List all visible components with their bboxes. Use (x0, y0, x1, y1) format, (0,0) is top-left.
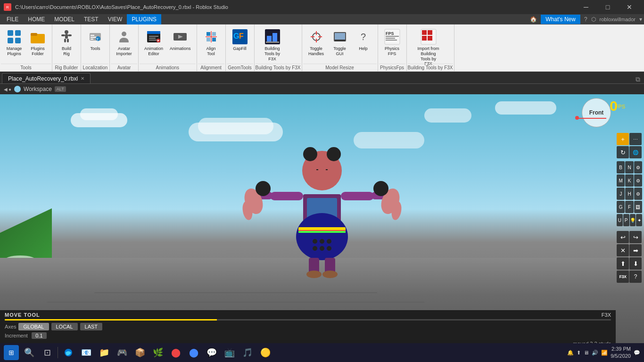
anim-group-label: Animations (140, 64, 196, 71)
globe-btn[interactable]: 🌐 (629, 146, 642, 158)
h-btn[interactable]: H (625, 188, 633, 200)
ribbon-group-loc: T Tools Localization (81, 25, 110, 71)
forward-btn[interactable]: ➡ (629, 244, 642, 256)
global-axis-btn[interactable]: GLOBAL (18, 323, 49, 330)
image-btn[interactable]: 🖼 (634, 201, 642, 213)
discord-btn[interactable]: 💬 (204, 345, 219, 360)
search-btn[interactable]: 🔍 (22, 345, 37, 360)
down-btn[interactable]: ⬇ (629, 257, 642, 270)
undo-btn[interactable]: ↩ (617, 231, 629, 243)
edge-btn[interactable] (61, 345, 76, 360)
help-rt-btn[interactable]: ? (629, 271, 642, 283)
settings-gear-3[interactable]: ⚙ (634, 188, 642, 200)
menu-file[interactable]: FILE (2, 14, 23, 25)
amazon-btn[interactable]: 📦 (132, 345, 148, 360)
dots-btn[interactable]: ⋯ (629, 133, 642, 145)
k-btn[interactable]: K (625, 174, 633, 187)
main-tab[interactable]: Place_AutoRecovery_0.rbxl ✕ (2, 73, 91, 83)
tab-close-btn[interactable]: ✕ (81, 76, 84, 81)
green-app-btn[interactable]: 🌿 (150, 345, 165, 360)
redo-btn[interactable]: ↪ (629, 231, 642, 243)
whats-new-btn[interactable]: What's New (541, 15, 580, 24)
svg-rect-2 (15, 30, 21, 36)
toggle-gui-btn[interactable]: ToggleGUI (329, 26, 351, 60)
ribbon-group-avatar: AvatarImporter Avatar (110, 25, 139, 71)
share-icon[interactable]: ⬡ (591, 16, 596, 23)
b-btn[interactable]: B (617, 161, 625, 173)
minimize-btn[interactable]: ─ (575, 0, 597, 14)
m-btn[interactable]: M (617, 174, 625, 187)
explorer-btn[interactable]: 📁 (97, 345, 112, 360)
toggle-handles-btn[interactable]: ToggleHandles (305, 26, 328, 60)
p-btn[interactable]: P (623, 214, 629, 226)
ribbon-tools-items: ManagePlugins PluginsFolder (1, 26, 51, 63)
gap-fill-icon: G F (231, 28, 248, 45)
dropdown-icon[interactable]: ▾ (639, 16, 642, 23)
yellow-app-btn[interactable]: 🟡 (258, 345, 273, 360)
help-icon[interactable]: ? (584, 16, 587, 23)
physics-fps-btn[interactable]: FPS PhysicsFPS (381, 26, 404, 60)
rotate-btn[interactable]: ↻ (617, 146, 629, 158)
import-building-btn[interactable]: Import from BuildingTools by F3X (410, 26, 447, 60)
menu-home[interactable]: HOME (23, 14, 50, 25)
window-controls[interactable]: ─ □ ✕ (575, 0, 640, 14)
menu-plugins[interactable]: PLUGINS (127, 14, 161, 25)
avatar-importer-btn[interactable]: AvatarImporter (113, 26, 135, 60)
physics-fps-label: PhysicsFPS (385, 46, 399, 57)
manage-plugins-btn[interactable]: ManagePlugins (3, 26, 25, 60)
settings-gear-1[interactable]: ⚙ (634, 161, 642, 173)
align-tool-icon (203, 28, 220, 45)
last-axis-btn[interactable]: LAST (80, 323, 103, 330)
viewport[interactable]: 0 FPS Front + ⋯ ↻ 🌐 B N ⚙ M K (0, 94, 644, 350)
svg-point-61 (296, 213, 348, 260)
tools-loc-btn[interactable]: T Tools (84, 26, 107, 60)
u-btn[interactable]: U (617, 214, 623, 226)
restore-down-btn[interactable]: ⧉ (636, 75, 640, 83)
settings-gear-2[interactable]: ⚙ (634, 174, 642, 187)
menu-view[interactable]: VIEW (103, 14, 127, 25)
maximize-btn[interactable]: □ (597, 0, 619, 14)
close-btn[interactable]: ✕ (619, 0, 640, 14)
j-btn[interactable]: J (617, 188, 625, 200)
plus-tool-btn[interactable]: + (617, 133, 629, 145)
help-resize-btn[interactable]: ? Help (352, 26, 375, 60)
mail-btn[interactable]: 📧 (79, 345, 94, 360)
animation-editor-btn[interactable]: AnimationEditor (141, 26, 166, 60)
close-rt-btn[interactable]: ✕ (617, 244, 629, 256)
building-tools-btn[interactable]: BuildingTools by F3X (257, 26, 288, 60)
manage-plugins-label: ManagePlugins (7, 46, 22, 57)
g-btn[interactable]: G (617, 201, 625, 213)
blue-app-btn[interactable]: ⬤ (186, 345, 201, 360)
light-btn[interactable]: 💡 (630, 214, 636, 226)
build-rig-btn[interactable]: BuildRig (55, 26, 78, 60)
start-btn[interactable]: ⊞ (4, 345, 19, 360)
notification-btn[interactable]: 💬 (634, 350, 640, 356)
n-btn[interactable]: N (625, 161, 633, 173)
animations-btn[interactable]: Animations (167, 26, 194, 60)
plugins-folder-btn[interactable]: PluginsFolder (26, 26, 49, 60)
media-btn[interactable]: 📺 (222, 345, 237, 360)
f3x-rt-btn[interactable]: F3X (617, 271, 629, 283)
svg-rect-15 (91, 39, 93, 40)
star-btn[interactable]: ✦ (636, 214, 642, 226)
building-tools-label: BuildingTools by F3X (260, 46, 285, 61)
steam-btn[interactable]: 🎮 (115, 345, 130, 360)
move-tool-row: MOVE TOOL F3X (5, 312, 611, 318)
up-btn[interactable]: ⬆ (617, 257, 629, 270)
align-tool-btn[interactable]: AlignTool (200, 26, 223, 60)
svg-rect-14 (91, 37, 96, 38)
task-view-btn[interactable]: ⊡ (40, 345, 55, 360)
red-app-btn[interactable]: ⬤ (168, 345, 183, 360)
ribbon-anim-items: AnimationEditor Animations (140, 26, 196, 63)
music-btn[interactable]: 🎵 (240, 345, 255, 360)
gap-fill-btn[interactable]: G F GapFill (229, 26, 251, 60)
menu-model[interactable]: MODEL (50, 14, 79, 25)
ribbon-resize-items: ToggleHandles ToggleGUI ? Help (303, 26, 377, 63)
ribbon-btf3x-items: BuildingTools by F3X (256, 26, 301, 63)
svg-rect-39 (272, 33, 277, 42)
svg-rect-31 (212, 38, 216, 41)
f-btn[interactable]: F (625, 201, 633, 213)
local-axis-btn[interactable]: LOCAL (51, 323, 78, 330)
svg-rect-8 (61, 34, 65, 36)
menu-test[interactable]: TEST (79, 14, 103, 25)
